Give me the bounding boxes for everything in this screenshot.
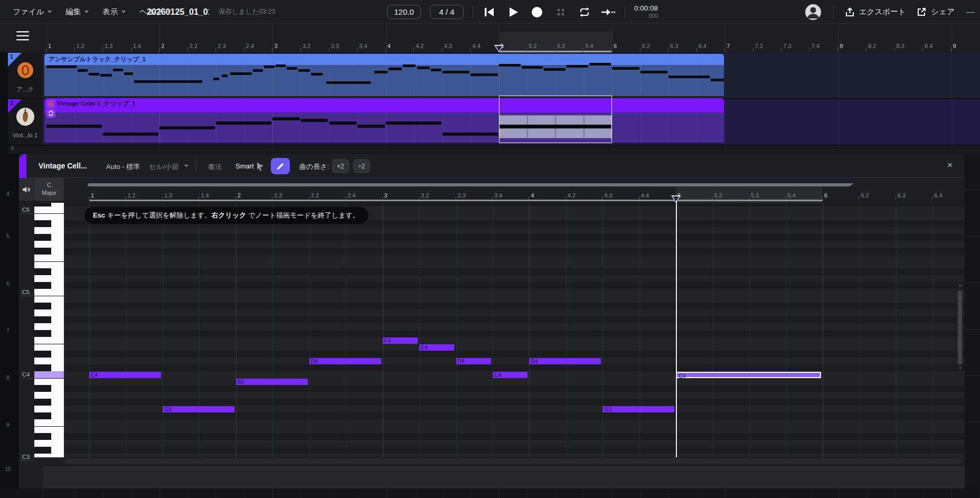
piano-note[interactable]: D4 [309, 358, 381, 364]
minimize-button[interactable]: — [966, 7, 975, 17]
scroll-zoom-bar[interactable] [88, 183, 854, 186]
menu-1[interactable]: ファイル [13, 7, 52, 17]
black-key[interactable] [34, 351, 51, 358]
grid-bar-line [236, 203, 237, 457]
playhead-line[interactable] [676, 201, 677, 457]
double-length-button[interactable]: ×2 [332, 159, 349, 173]
arrange-ruler[interactable]: 11.21.31.422.22.32.433.23.33.444.24.34.4… [0, 24, 980, 53]
record-take-badge[interactable] [46, 99, 55, 108]
ruler-tick [215, 48, 216, 52]
ruler-label: 6.3 [898, 192, 906, 199]
piano-note[interactable]: E4 [419, 344, 454, 351]
piano-note[interactable]: G3 [602, 406, 674, 412]
scale-selector[interactable]: C Major [34, 178, 64, 201]
black-key[interactable] [34, 282, 51, 289]
pencil-tool-button[interactable] [271, 158, 290, 174]
menu-2[interactable]: 編集 [65, 7, 89, 17]
play-button[interactable] [506, 5, 521, 20]
note-grid[interactable]: C4G3B3D4F4E4D4C4D4G3C4 [64, 203, 965, 457]
grid-line [697, 488, 698, 498]
auto-advance-button[interactable] [601, 5, 616, 20]
ruler-tick [786, 196, 786, 200]
grid-line [668, 488, 669, 498]
piano-note[interactable]: D4 [456, 358, 491, 364]
track-header[interactable]: 1ア...ク [8, 53, 42, 98]
export-button[interactable]: エクスポート [845, 7, 906, 17]
black-key[interactable] [34, 234, 51, 241]
black-key[interactable] [34, 364, 51, 371]
grid-beat-line [786, 203, 787, 457]
black-key[interactable] [34, 433, 51, 440]
black-key[interactable] [34, 220, 51, 227]
piano-note[interactable]: G3 [163, 406, 234, 412]
black-key[interactable] [34, 203, 51, 206]
black-key[interactable] [34, 412, 51, 419]
ruler-tick [724, 48, 725, 52]
clip-grid-line [216, 65, 216, 96]
bar-line [386, 24, 387, 53]
highlighted-key[interactable] [34, 371, 64, 378]
black-key[interactable] [34, 303, 51, 309]
ruler-tick [951, 48, 951, 52]
black-key[interactable] [34, 399, 51, 406]
piano-roll-ruler[interactable]: 11.21.31.422.22.32.433.23.33.444.24.34.4… [64, 178, 965, 203]
quantize-value[interactable]: Auto - 標準 [106, 162, 140, 172]
avatar[interactable] [805, 4, 822, 21]
black-key[interactable] [34, 330, 51, 337]
loop-button[interactable] [577, 5, 592, 20]
preview-audio-button[interactable] [19, 178, 34, 201]
scroll-up-dot[interactable] [959, 284, 962, 287]
velocity-lane[interactable] [44, 467, 965, 488]
track-header[interactable]: 2Vint...lo 1 [8, 99, 42, 145]
black-key[interactable] [34, 316, 51, 323]
ruler-label: 1.4 [201, 192, 209, 199]
bpm-box[interactable]: 120.0 [387, 5, 421, 19]
selection-bracket[interactable] [499, 96, 612, 143]
piano-note[interactable]: B3 [236, 379, 308, 385]
black-key[interactable] [34, 385, 51, 392]
clip[interactable]: アンサンブルトラック_クリップ_1 [44, 54, 724, 96]
ruler-tick [345, 196, 346, 200]
close-icon[interactable]: × [947, 161, 953, 170]
vertical-scrollbar[interactable] [958, 290, 962, 364]
black-key[interactable] [34, 248, 51, 255]
skip-to-start-button[interactable] [482, 5, 497, 20]
quantize-unit[interactable]: セル/小節 [149, 162, 178, 172]
project-title[interactable]: 20260125_01_01 [147, 7, 209, 17]
piano-note[interactable]: D4 [529, 358, 601, 364]
ruler-label: 2 [238, 192, 241, 199]
note-label: E4 [421, 344, 428, 351]
halve-length-button[interactable]: ÷2 [353, 159, 370, 173]
clip-body [44, 65, 724, 96]
menu-3[interactable]: 表示 [102, 7, 126, 17]
select-tool-button[interactable] [250, 158, 269, 174]
time-sub: 000 [649, 13, 658, 20]
loop-region-underline[interactable] [499, 51, 612, 52]
black-key[interactable] [34, 447, 51, 454]
horizontal-scrollbar[interactable] [64, 458, 962, 464]
chevron-down-icon [184, 165, 189, 167]
piano-note[interactable]: C4 [89, 372, 161, 378]
grid-line [329, 488, 330, 498]
clip[interactable]: Vintage Cello 1_クリップ_1 [44, 98, 724, 143]
piano-roll-header: Vintage Cell... Auto - 標準 セル/小節 奏法 Smart… [19, 154, 965, 178]
track-divider [965, 283, 980, 283]
share-button[interactable]: シェア [917, 7, 955, 17]
scroll-down-dot[interactable] [959, 367, 962, 369]
grid-dots-icon[interactable] [553, 5, 568, 20]
mini-note [567, 65, 588, 68]
grid-beat-line [163, 203, 163, 457]
selected-note[interactable]: C4 [676, 372, 821, 378]
loop-take-badge[interactable] [46, 109, 55, 118]
main-menu-button[interactable] [16, 30, 30, 42]
black-key[interactable] [34, 268, 51, 275]
white-key-divider [34, 461, 64, 461]
ruler-tick [583, 48, 583, 52]
piano-note[interactable]: F4 [383, 337, 418, 344]
piano-note[interactable]: C4 [493, 372, 527, 378]
time-signature-box[interactable]: 4 / 4 [430, 5, 464, 19]
ruler-tick [822, 196, 823, 200]
record-button[interactable] [530, 5, 544, 20]
clip-grid-line [103, 112, 103, 143]
piano-keyboard[interactable]: C6C5C4C3 [34, 203, 64, 457]
